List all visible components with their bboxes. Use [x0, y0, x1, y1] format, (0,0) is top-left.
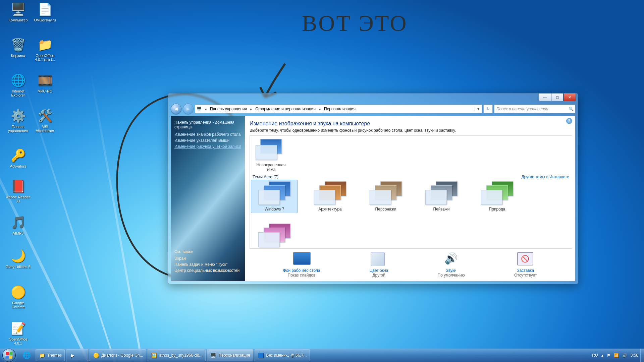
page-title: Изменение изображения и звука на компьют…	[250, 121, 575, 127]
desktop-icon[interactable]: 📁OpenOffice 4.0.1 (ru) I...	[32, 37, 58, 62]
personalization-footer: Фон рабочего стола Показ слайдов Цвет ок…	[245, 249, 575, 281]
theme-label: Персонажи	[364, 207, 408, 212]
search-icon: 🔍	[567, 107, 575, 111]
desktop-icon[interactable]: 📄OVGorskiy.ru	[32, 1, 58, 22]
more-themes-link[interactable]: Другие темы в Интернете	[521, 175, 569, 179]
taskbar-item[interactable]: 🖥️Персонализация	[207, 349, 253, 361]
desktop-icon[interactable]: ⚙️Панель управления	[5, 108, 31, 133]
desktop-icon[interactable]: 🎵AIMP3	[5, 215, 31, 235]
search-placeholder: Поиск в панели управления	[494, 107, 567, 111]
taskbar-item-label: Персонализация	[219, 353, 250, 358]
footer-screensaver[interactable]: 🚫 Заставка Отсутствует	[514, 252, 537, 278]
taskbar-item-icon: 🟦	[258, 352, 264, 359]
app-icon: 🔑	[10, 147, 26, 164]
theme-item[interactable]: Сцены	[253, 224, 296, 249]
taskbar-item[interactable]: 🟦Без имени-1 @ 66,7...	[255, 349, 310, 361]
desktop-icon[interactable]: 🟡Google Chrome	[5, 284, 31, 309]
app-icon: 📝	[10, 320, 26, 337]
sidebar-seealso-taskbar[interactable]: Панель задач и меню "Пуск"	[174, 262, 239, 267]
taskbar-item-icon: ▶	[69, 352, 76, 359]
sidebar-home-link[interactable]: Панель управления - домашняя страница	[174, 120, 241, 129]
page-subtitle: Выберите тему, чтобы одновременно измени…	[250, 128, 575, 133]
desktop-icon[interactable]: 📝OpenOffice 4.0.1	[5, 320, 31, 345]
desktop-icon[interactable]: 🖥️Компьютер	[5, 1, 31, 22]
taskbar-item[interactable]: 🖼️athos_by_uriy1966-d8...	[148, 349, 206, 361]
app-icon: 🎞️	[37, 72, 53, 88]
nav-forward-button[interactable]: ►	[183, 104, 194, 114]
sidebar-link-desktop-icons[interactable]: Изменение значков рабочего стола	[174, 132, 241, 137]
desktop-icon[interactable]: 📕Adobe Reader XI	[5, 178, 31, 203]
app-icon: 🟡	[10, 284, 26, 300]
app-icon: 📁	[37, 37, 53, 53]
theme-label: Архитектура	[308, 207, 352, 212]
taskbar-item[interactable]: ▶	[66, 349, 88, 361]
maximize-button[interactable]: ◻	[551, 94, 564, 101]
search-input[interactable]: Поиск в панели управления 🔍	[494, 105, 575, 113]
system-tray[interactable]: RU ▴ ⚑ 📶 🔊 3:56	[590, 353, 640, 358]
icon-label: Activators	[5, 164, 31, 168]
theme-item[interactable]: Windows 7	[251, 180, 298, 213]
window-controls: — ◻ ✕	[539, 94, 576, 102]
tray-action-center-icon[interactable]: ⚑	[607, 353, 610, 358]
tray-chevron-icon[interactable]: ▴	[601, 353, 603, 358]
app-icon: 🌐	[10, 72, 26, 88]
icon-label: Компьютер	[5, 18, 31, 22]
theme-item[interactable]: Архитектура	[308, 181, 352, 212]
footer-window-color[interactable]: Цвет окна Другой	[370, 252, 388, 278]
breadcrumb-segment[interactable]: Панель управления	[207, 105, 250, 113]
minimize-button[interactable]: —	[539, 94, 551, 101]
breadcrumb-segment[interactable]: Персонализация	[321, 105, 358, 113]
app-icon: 🌙	[10, 248, 26, 264]
main-panel: ? Изменение изображения и звука на компь…	[245, 116, 575, 281]
language-indicator[interactable]: RU	[592, 353, 598, 358]
desktop-icon[interactable]: 🗑️Корзина	[5, 37, 31, 58]
sidebar-link-account-picture[interactable]: Изменение рисунка учетной записи	[174, 144, 241, 149]
icon-label: Internet Explorer	[5, 89, 31, 97]
app-icon: 🖥️	[10, 1, 26, 17]
app-icon: 🗑️	[10, 37, 26, 53]
app-icon: ⚙️	[10, 108, 26, 124]
app-icon: 📕	[10, 178, 26, 194]
address-bar[interactable]: 🖥️▸ Панель управления▸ Оформление и перс…	[195, 105, 482, 113]
desktop-icon[interactable]: 🎞️MPC-HC	[32, 72, 58, 93]
theme-item[interactable]: Персонажи	[364, 181, 408, 212]
icon-label: Adobe Reader XI	[5, 195, 31, 203]
tray-volume-icon[interactable]: 🔊	[622, 353, 627, 358]
taskbar-item-label: Диалоги - Google Ch...	[101, 353, 143, 358]
taskbar[interactable]: 🌐 📁Themes▶🟡Диалоги - Google Ch...🖼️athos…	[0, 349, 644, 362]
app-icon: 📄	[37, 1, 53, 17]
sidebar-link-mouse-pointers[interactable]: Изменение указателей мыши	[174, 138, 241, 143]
taskbar-item-label: athos_by_uriy1966-d8...	[159, 353, 203, 358]
desktop-icon[interactable]: 🔑Activators	[5, 147, 31, 168]
theme-item[interactable]: Пейзажи	[420, 181, 463, 212]
help-icon[interactable]: ?	[566, 118, 572, 124]
icon-label: Glary Utilities 5	[5, 265, 31, 269]
desktop-icon[interactable]: 🛠️MSI Afterburner	[32, 108, 58, 133]
nav-back-button[interactable]: ◄	[171, 104, 181, 114]
breadcrumb-segment[interactable]: Оформление и персонализация	[253, 105, 318, 113]
show-desktop-button[interactable]	[640, 349, 644, 362]
personalization-window: — ◻ ✕ ◄ ► 🖥️▸ Панель управления▸ Оформле…	[168, 93, 578, 284]
start-button[interactable]	[0, 349, 18, 362]
clock[interactable]: 3:56	[631, 353, 638, 358]
themes-scroll-area[interactable]: Несохраненная тема Темы Aero (7) Другие …	[250, 135, 572, 249]
tray-network-icon[interactable]: 📶	[614, 353, 619, 358]
taskbar-pin-ie[interactable]: 🌐	[18, 350, 35, 361]
footer-desktop-background[interactable]: Фон рабочего стола Показ слайдов	[283, 252, 320, 278]
refresh-button[interactable]: ↻	[483, 105, 493, 113]
theme-unsaved[interactable]: Несохраненная тема	[253, 137, 289, 172]
footer-sounds[interactable]: 🔊 Звуки По умолчанию	[438, 252, 465, 278]
sidebar-seealso-accessibility[interactable]: Центр специальных возможностей	[174, 268, 239, 273]
desktop-icon[interactable]: 🌙Glary Utilities 5	[5, 248, 31, 269]
icon-label: Корзина	[5, 54, 31, 58]
taskbar-item[interactable]: 📁Themes	[36, 349, 65, 361]
sidebar-seealso-display[interactable]: Экран	[174, 256, 239, 261]
sidebar: Панель управления - домашняя страница Из…	[171, 116, 245, 281]
app-icon: 🎵	[10, 215, 26, 231]
theme-item[interactable]: Природа	[475, 181, 519, 212]
icon-label: OpenOffice 4.0.1	[5, 337, 31, 345]
close-button[interactable]: ✕	[564, 94, 576, 101]
theme-label: Несохраненная тема	[253, 163, 289, 172]
desktop-icon[interactable]: 🌐Internet Explorer	[5, 72, 31, 97]
taskbar-item[interactable]: 🟡Диалоги - Google Ch...	[90, 349, 146, 361]
